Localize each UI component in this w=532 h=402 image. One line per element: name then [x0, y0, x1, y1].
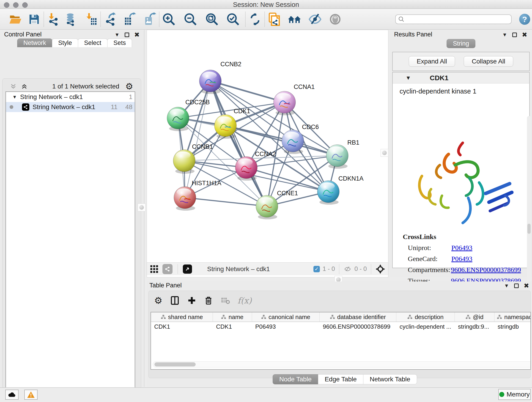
search-input[interactable]	[405, 16, 506, 23]
open-session-button[interactable]	[8, 12, 22, 26]
tab-network-table[interactable]: Network Table	[363, 374, 417, 384]
zoom-fit-button[interactable]	[205, 12, 219, 26]
crosslink-link[interactable]: P06493	[451, 244, 472, 252]
add-column-plus-icon[interactable]	[187, 296, 196, 305]
zoom-out-button[interactable]	[183, 12, 197, 26]
network-node-cdkn1a[interactable]: CDKN1A	[317, 175, 364, 205]
tab-sets[interactable]: Sets	[107, 38, 132, 47]
network-row[interactable]: String Network – cdk1 11 48	[6, 102, 135, 112]
search-box[interactable]	[395, 14, 512, 24]
zoom-selected-button[interactable]	[226, 12, 240, 26]
edge-count: 48	[125, 103, 133, 111]
zoom-in-button[interactable]	[162, 12, 176, 26]
save-session-button[interactable]	[27, 12, 41, 26]
crosslink-link[interactable]: P06493	[451, 255, 472, 263]
import-network-icon	[47, 13, 60, 26]
tab-node-table[interactable]: Node Table	[273, 374, 318, 384]
help-button[interactable]: ?	[519, 14, 530, 25]
float-panel-button[interactable]	[125, 32, 129, 37]
tab-edge-table[interactable]: Edge Table	[318, 374, 363, 384]
table-settings-gear-icon[interactable]: ⚙	[154, 295, 162, 306]
show-hidden-button[interactable]	[328, 12, 342, 26]
column-header--id[interactable]: @id	[455, 313, 494, 322]
network-canvas[interactable]: CCNB2CCNA1CDC25BCDK1CDC6RB1CCNB1CCNA2CDK…	[147, 30, 388, 262]
save-icon	[28, 13, 40, 26]
show-columns-icon[interactable]	[170, 295, 179, 306]
import-network-from-database-button[interactable]	[64, 12, 78, 26]
birds-eye-toggle-icon[interactable]	[375, 264, 385, 274]
clone-network-button[interactable]	[267, 12, 281, 26]
memory-button[interactable]: Memory	[498, 389, 531, 400]
float-results-panel-button[interactable]	[512, 32, 517, 37]
export-image-button[interactable]	[143, 12, 157, 26]
control-panel-menu-button[interactable]: ▼	[114, 32, 120, 38]
network-edge[interactable]	[210, 81, 267, 206]
network-node-hist1h1a[interactable]: HIST1H1A	[174, 180, 221, 211]
column-header-database-identifier[interactable]: database identifier	[320, 313, 396, 322]
tab-style[interactable]: Style	[52, 38, 78, 47]
network-node-cdc25b[interactable]: CDC25B	[167, 99, 210, 131]
import-network-button[interactable]	[46, 12, 60, 26]
tab-network[interactable]: Network	[17, 38, 52, 47]
results-panel-menu-button[interactable]: ▼	[502, 32, 507, 38]
table-cell[interactable]: CDK1	[213, 322, 252, 331]
results-panel-collapse-handle[interactable]	[380, 149, 388, 157]
column-header-name[interactable]: name	[213, 313, 252, 322]
table-row[interactable]: CDK1CDK1P064939606.ENSP00000378699cyclin…	[151, 322, 530, 331]
hide-selected-button[interactable]	[308, 12, 322, 26]
float-table-panel-button[interactable]	[514, 283, 519, 288]
section-collapse-icon[interactable]: ▼	[405, 75, 411, 81]
network-collection-row[interactable]: ▼ String Network – cdk1 1	[6, 92, 135, 102]
network-node-ccnb2[interactable]: CCNB2	[199, 61, 241, 94]
close-table-panel-button[interactable]: ✖	[524, 282, 529, 289]
table-cell[interactable]: CDK1	[151, 322, 213, 331]
tab-select[interactable]: Select	[78, 38, 108, 47]
table-cell[interactable]: stringdb:9...	[455, 322, 494, 331]
tab-string[interactable]: String	[447, 39, 475, 48]
collapse-all-button[interactable]: Collapse All	[464, 56, 513, 67]
collapse-triangle-icon[interactable]: ▼	[12, 95, 17, 100]
preview-orb-icon	[329, 13, 341, 26]
control-panel: Control Panel ▼ ✖ NetworkStyleSelectSets…	[0, 30, 144, 387]
warning-status-button[interactable]	[24, 390, 38, 400]
node-table[interactable]: shared namenamecanonical namedatabase id…	[151, 312, 531, 370]
network-share-view-icon[interactable]	[162, 264, 172, 274]
collapse-all-icon[interactable]	[9, 83, 17, 90]
table-cell[interactable]: stringdb	[494, 322, 531, 331]
column-header-description[interactable]: description	[396, 313, 455, 322]
table-cell[interactable]: P06493	[252, 322, 320, 331]
results-scrollbar-thumb[interactable]	[527, 224, 531, 234]
network-node-ccna1[interactable]: CCNA1	[273, 83, 315, 115]
detach-view-icon[interactable]	[183, 264, 192, 274]
import-table-button[interactable]	[84, 12, 98, 26]
grid-view-icon[interactable]	[150, 264, 159, 274]
cloud-status-button[interactable]	[5, 390, 19, 400]
node-label: CCNA1	[294, 83, 315, 90]
table-panel-menu-button[interactable]: ▼	[504, 283, 509, 289]
gear-icon[interactable]: ⚙	[125, 81, 133, 91]
close-panel-button[interactable]: ✖	[134, 31, 139, 38]
network-node-ccne1[interactable]: CCNE1	[256, 190, 298, 219]
export-network-button[interactable]	[103, 12, 117, 26]
delete-column-trash-icon[interactable]	[204, 295, 213, 306]
results-scrollbar[interactable]	[527, 116, 531, 308]
crosslink-link[interactable]: 9606.ENSP00000378699	[451, 266, 521, 274]
expand-all-icon[interactable]	[20, 83, 28, 90]
close-results-panel-button[interactable]: ✖	[522, 31, 527, 38]
export-table-button[interactable]	[123, 12, 137, 26]
column-header-canonical-name[interactable]: canonical name	[252, 313, 320, 322]
control-panel-collapse-handle[interactable]	[138, 204, 146, 211]
table-horizontal-scrollbar[interactable]	[153, 361, 531, 367]
show-all-networks-button[interactable]	[287, 12, 302, 26]
table-cell[interactable]: cyclin-dependent ...	[396, 322, 455, 331]
scrollbar-thumb[interactable]	[154, 362, 196, 366]
network-node-cdk1[interactable]: CDK1	[215, 108, 250, 139]
column-header-shared-name[interactable]: shared name	[151, 313, 213, 322]
expand-all-button[interactable]: Expand All	[409, 56, 455, 67]
refresh-view-button[interactable]	[248, 12, 262, 26]
network-node-rb1[interactable]: RB1	[326, 139, 360, 169]
selected-checkbox-icon[interactable]: ✓	[313, 266, 320, 272]
table-cell[interactable]: 9606.ENSP00000378699	[320, 322, 396, 331]
column-header-namespac[interactable]: namespac	[494, 313, 531, 322]
network-edge[interactable]	[185, 198, 267, 206]
